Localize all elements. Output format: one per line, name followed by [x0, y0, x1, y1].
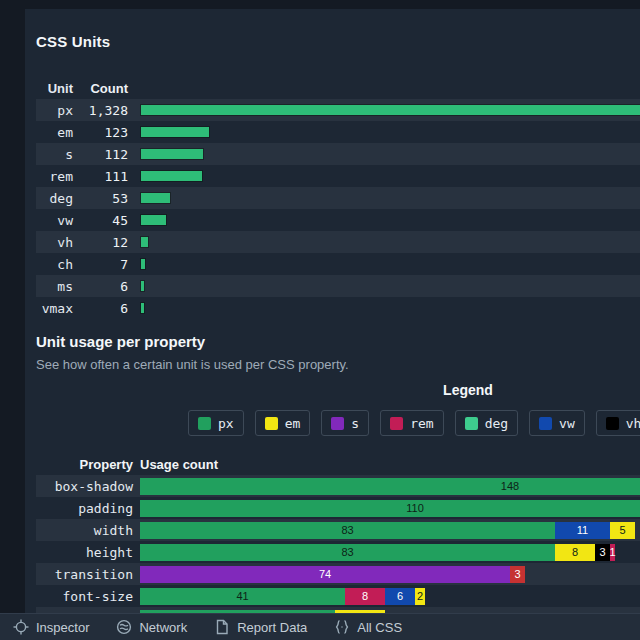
unit-table-row: vh12: [36, 231, 640, 253]
toolbar-item-all-css[interactable]: All CSS: [334, 619, 402, 635]
unit-table-row: ch7: [36, 253, 640, 275]
unit-count-value: 45: [73, 213, 128, 228]
legend-swatch-s: [331, 417, 344, 430]
inspector-crosshair-icon: [13, 619, 29, 635]
unit-count-value: 12: [73, 235, 128, 250]
unit-label: deg: [36, 191, 73, 206]
property-stacked-bar: 148: [140, 478, 640, 495]
legend-swatch-vw: [539, 417, 552, 430]
property-row: transition743: [36, 563, 640, 585]
unit-count-bar: [141, 149, 203, 159]
legend-item-label: deg: [485, 416, 508, 431]
bar-segment-rem: 8: [345, 588, 385, 605]
legend-item-rem[interactable]: rem: [380, 410, 443, 436]
property-stacked-bar: 743: [140, 566, 525, 583]
bar-segment-vh: 3: [595, 544, 610, 561]
legend-item-vw[interactable]: vw: [529, 410, 585, 436]
property-label: box-shadow: [36, 479, 133, 494]
unit-usage-chart: Property Usage count box-shadow148paddin…: [36, 453, 640, 640]
unit-column-header: Unit: [36, 81, 73, 96]
unit-label: s: [36, 147, 73, 162]
unit-count-value: 6: [73, 279, 128, 294]
legend-item-label: px: [218, 416, 234, 431]
unit-bar-track: [141, 259, 640, 269]
legend-swatch-em: [265, 417, 278, 430]
unit-count-bar: [141, 259, 145, 269]
unit-bar-track: [141, 281, 640, 291]
property-row: height83831: [36, 541, 640, 563]
unit-count-bar: [141, 171, 202, 181]
bar-segment-em: 8: [555, 544, 595, 561]
section-subtitle: See how often a certain unit is used per…: [36, 357, 640, 372]
unit-table-row: px1,328: [36, 99, 640, 121]
unit-table-header: Unit Count: [36, 77, 640, 99]
unit-label: vh: [36, 235, 73, 250]
property-row: padding110: [36, 497, 640, 519]
unit-count-value: 6: [73, 301, 128, 316]
unit-count-table: Unit Count px1,328em123s112rem111deg53vw…: [36, 77, 640, 319]
unit-count-bar: [141, 127, 209, 137]
property-stacked-bar: 41862: [140, 588, 425, 605]
legend-item-label: s: [351, 416, 359, 431]
unit-label: ms: [36, 279, 73, 294]
unit-label: ch: [36, 257, 73, 272]
usage-count-column-header: Usage count: [140, 457, 218, 472]
toolbar-item-report-data[interactable]: Report Data: [214, 619, 307, 635]
property-chart-header: Property Usage count: [36, 453, 640, 475]
property-stacked-bar: 83115: [140, 522, 635, 539]
legend-swatch-deg: [465, 417, 478, 430]
bar-segment-vw: 11: [555, 522, 610, 539]
page-title: CSS Units: [36, 33, 640, 50]
all-css-braces-icon: [334, 619, 350, 635]
legend-title: Legend: [36, 382, 640, 398]
unit-count-value: 111: [73, 169, 128, 184]
legend-item-em[interactable]: em: [255, 410, 311, 436]
unit-table-row: rem111: [36, 165, 640, 187]
toolbar-item-label: All CSS: [357, 620, 402, 635]
unit-count-bar: [141, 303, 144, 313]
legend-item-deg[interactable]: deg: [455, 410, 518, 436]
bar-segment-em: 5: [610, 522, 635, 539]
unit-bar-track: [141, 237, 640, 247]
unit-count-bar: [141, 281, 144, 291]
unit-bar-track: [141, 127, 640, 137]
unit-count-value: 112: [73, 147, 128, 162]
bar-segment-vw: 6: [385, 588, 415, 605]
property-row: box-shadow148: [36, 475, 640, 497]
toolbar-item-inspector[interactable]: Inspector: [13, 619, 89, 635]
toolbar-item-network[interactable]: Network: [116, 619, 187, 635]
legend-item-label: em: [285, 416, 301, 431]
unit-label: rem: [36, 169, 73, 184]
unit-label: em: [36, 125, 73, 140]
unit-bar-track: [141, 149, 640, 159]
legend: Legend pxemsremdegvwvhchms: [36, 382, 640, 436]
unit-table-row: deg53: [36, 187, 640, 209]
legend-item-px[interactable]: px: [188, 410, 244, 436]
unit-label: vw: [36, 213, 73, 228]
unit-bar-track: [141, 215, 640, 225]
property-stacked-bar: 83831: [140, 544, 615, 561]
bar-segment-px: 83: [140, 522, 555, 539]
unit-label: vmax: [36, 301, 73, 316]
bar-segment-rem: 1: [610, 544, 615, 561]
legend-swatch-vh: [606, 417, 619, 430]
unit-bar-track: [141, 171, 640, 181]
unit-count-bar: [141, 105, 640, 115]
unit-table-row: vw45: [36, 209, 640, 231]
property-label: font-size: [36, 589, 133, 604]
legend-item-s[interactable]: s: [321, 410, 369, 436]
bar-segment-em: 2: [415, 588, 425, 605]
unit-table-row: ms6: [36, 275, 640, 297]
unit-count-value: 7: [73, 257, 128, 272]
unit-count-value: 123: [73, 125, 128, 140]
toolbar-item-label: Report Data: [237, 620, 307, 635]
bar-segment-px: 148: [140, 478, 640, 495]
unit-count-bar: [141, 237, 148, 247]
property-row: font-size41862: [36, 585, 640, 607]
unit-count-value: 1,328: [73, 103, 128, 118]
screen: CSS Units Unit Count px1,328em123s112rem…: [0, 0, 640, 640]
property-label: height: [36, 545, 133, 560]
legend-item-label: rem: [410, 416, 433, 431]
legend-item-label: vh: [626, 416, 640, 431]
legend-item-vh[interactable]: vh: [596, 410, 640, 436]
